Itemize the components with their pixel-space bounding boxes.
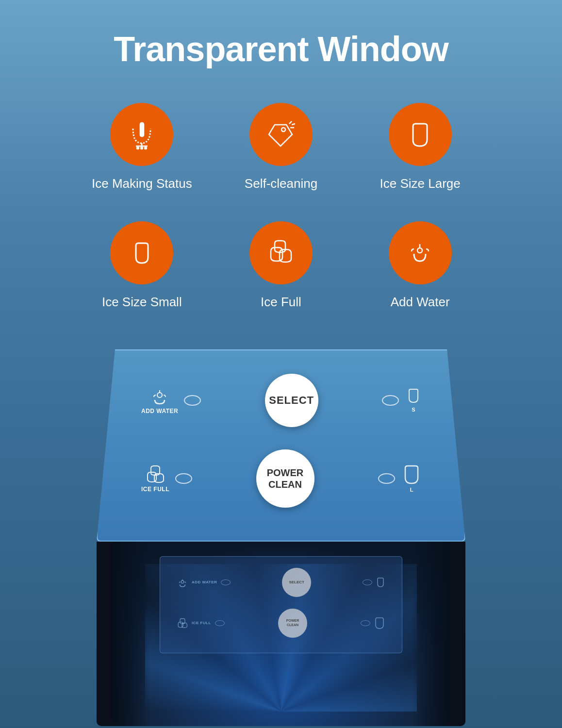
mini-add-water-label: ADD WATER — [192, 580, 217, 584]
ice-size-s-panel: S — [406, 388, 421, 413]
svg-line-8 — [292, 124, 295, 125]
mini-panel: ADD WATER SELECT — [160, 556, 402, 653]
ice-full-panel-icon: ICE FULL — [141, 464, 169, 493]
mini-ice-full-svg — [177, 618, 188, 629]
l-label: L — [410, 487, 413, 493]
panel-oval-4 — [378, 473, 395, 484]
feature-item-self-cleaning: Self-cleaning — [221, 103, 341, 192]
page-title: Transparent Window — [0, 0, 562, 93]
device-section: ADD WATER SELECT S — [0, 349, 562, 726]
panel-oval-2 — [382, 395, 399, 406]
svg-point-11 — [157, 393, 162, 397]
ice-full-icon — [265, 237, 297, 268]
mini-power-clean-button: POWERCLEAN — [278, 609, 307, 638]
machine-side-left — [111, 542, 150, 726]
svg-point-12 — [181, 580, 184, 583]
ice-making-icon — [126, 119, 158, 150]
feature-item-ice-making-status: Ice Making Status — [82, 103, 202, 192]
mini-ice-full-label: ICE FULL — [192, 621, 211, 625]
machine-outer: ADD WATER SELECT — [97, 542, 465, 726]
ice-l-svg — [402, 464, 421, 485]
panel-ice-icons-row2: L — [378, 464, 421, 493]
mini-row1-left: ADD WATER — [177, 577, 231, 588]
mini-oval-3 — [215, 620, 225, 626]
add-water-text: ADD WATER — [141, 408, 178, 414]
panel-oval-1 — [184, 395, 201, 406]
add-water-panel-svg — [150, 386, 169, 406]
ice-full-label: Ice Full — [261, 294, 301, 311]
ice-size-large-label: Ice Size Large — [380, 176, 461, 192]
mini-ice-l — [374, 617, 385, 629]
feature-item-ice-full: Ice Full — [221, 221, 341, 311]
ice-full-text: ICE FULL — [141, 486, 169, 493]
svg-rect-0 — [140, 123, 144, 136]
features-grid: Ice Making Status Self-cleaning Ice Size… — [63, 93, 499, 340]
ice-full-panel-svg — [146, 464, 165, 484]
add-water-icon — [404, 237, 436, 268]
panel-ice-icons-row1: S — [382, 388, 421, 413]
power-clean-line2: CLEAN — [267, 479, 304, 490]
ice-size-large-circle — [389, 103, 452, 166]
add-water-circle — [389, 221, 452, 284]
feature-item-ice-size-small: Ice Size Small — [82, 221, 202, 311]
mini-ice-icons-2 — [361, 617, 385, 629]
mini-oval-4 — [361, 620, 370, 626]
add-water-label: Add Water — [391, 294, 450, 311]
mini-row-1: ADD WATER SELECT — [172, 564, 390, 601]
mini-oval-2 — [363, 579, 372, 585]
mini-select-button: SELECT — [282, 568, 311, 597]
ice-size-large-icon — [404, 119, 436, 150]
ice-size-l-panel: L — [402, 464, 421, 493]
panel-row2-left: ICE FULL — [141, 464, 192, 493]
device-container: ADD WATER SELECT S — [0, 349, 562, 726]
mini-row2-left: ICE FULL — [177, 618, 225, 629]
add-water-panel-icon: ADD WATER — [141, 386, 178, 414]
machine-body: ADD WATER SELECT — [111, 542, 451, 726]
feature-item-add-water: Add Water — [360, 221, 480, 311]
svg-line-7 — [289, 121, 292, 124]
panel-oval-3 — [175, 473, 192, 484]
ice-s-svg — [406, 388, 421, 405]
ice-size-small-circle — [110, 221, 173, 284]
power-clean-line1: POWER — [267, 467, 304, 479]
svg-point-10 — [417, 248, 422, 253]
mini-oval-1 — [221, 579, 231, 585]
mini-add-water-svg — [177, 577, 188, 588]
panel-row-2: ICE FULL POWER CLEAN — [127, 441, 435, 516]
mini-ice-icons-1 — [363, 577, 385, 588]
s-label: S — [412, 407, 415, 413]
panel-row-1: ADD WATER SELECT S — [127, 365, 435, 436]
svg-point-5 — [145, 147, 147, 149]
ice-making-status-circle — [110, 103, 173, 166]
svg-point-4 — [141, 147, 143, 149]
power-clean-button[interactable]: POWER CLEAN — [256, 449, 314, 508]
machine-side-right — [412, 542, 451, 726]
ice-making-status-label: Ice Making Status — [92, 176, 192, 192]
self-cleaning-icon — [265, 119, 297, 150]
mini-ice-s — [376, 577, 385, 588]
select-button[interactable]: SELECT — [265, 374, 318, 427]
mini-row-2: ICE FULL POWERCLEAN — [172, 605, 390, 642]
self-cleaning-circle — [249, 103, 313, 166]
ice-full-circle — [249, 221, 313, 284]
transparent-panel: ADD WATER SELECT S — [97, 349, 465, 542]
svg-point-3 — [137, 147, 139, 149]
svg-point-6 — [281, 128, 285, 132]
panel-row1-left: ADD WATER — [141, 386, 201, 414]
self-cleaning-label: Self-cleaning — [245, 176, 317, 192]
ice-size-small-icon — [126, 237, 158, 268]
ice-size-small-label: Ice Size Small — [102, 294, 182, 311]
feature-item-ice-size-large: Ice Size Large — [360, 103, 480, 192]
